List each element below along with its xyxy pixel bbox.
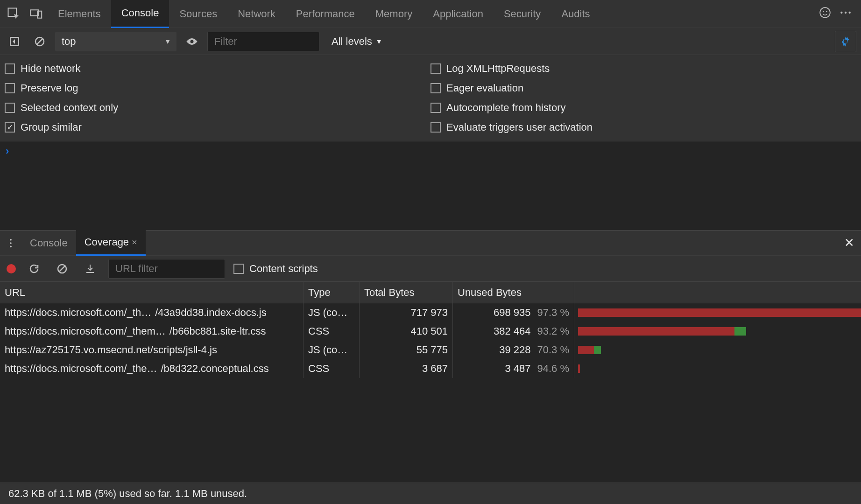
cell-usage-bar [574,341,861,359]
device-mode-icon[interactable] [25,3,48,25]
drawer-tab-label: Coverage [85,236,129,248]
tab-audits[interactable]: Audits [551,0,600,28]
cell-total-bytes: 410 501 [360,322,453,341]
cell-url: https://docs.microsoft.com/_th…/43a9dd38… [0,303,303,322]
setting-label: Preserve log [21,82,78,94]
log-levels-dropdown[interactable]: All levels ▼ [325,35,382,48]
coverage-status-text: 62.3 KB of 1.1 MB (5%) used so far. 1.1 … [8,488,247,500]
svg-point-7 [845,11,847,13]
close-drawer-icon[interactable]: ✕ [838,231,861,255]
setting-autocomplete-history[interactable]: Autocomplete from history [430,98,856,118]
toggle-console-sidebar-icon[interactable] [5,32,24,51]
cell-total-bytes: 717 973 [360,303,453,322]
table-row[interactable]: https://docs.microsoft.com/_th…/43a9dd38… [0,303,861,322]
setting-selected-context-only[interactable]: Selected context only [5,98,430,118]
setting-preserve-log[interactable]: Preserve log [5,78,430,98]
tab-network[interactable]: Network [227,0,286,28]
tab-elements[interactable]: Elements [48,0,111,28]
tab-sources[interactable]: Sources [169,0,227,28]
col-url[interactable]: URL [0,282,303,303]
coverage-status-bar: 62.3 KB of 1.1 MB (5%) used so far. 1.1 … [0,483,861,504]
cell-usage-bar [574,303,861,322]
checkbox-checked-icon [5,122,15,133]
svg-point-3 [820,7,830,18]
cell-usage-bar [574,322,861,341]
coverage-toolbar: Content scripts [0,256,861,282]
cell-usage-bar [574,359,861,378]
svg-point-8 [849,11,851,13]
log-levels-label: All levels [332,35,372,48]
svg-point-12 [191,40,194,43]
cell-type: CSS [303,359,360,378]
setting-label: Eager evaluation [446,82,523,94]
drawer-tab-coverage[interactable]: Coverage × [76,230,146,256]
svg-line-11 [36,38,43,45]
coverage-body: https://docs.microsoft.com/_th…/43a9dd38… [0,303,861,378]
url-filter-input[interactable] [108,259,225,279]
reload-icon[interactable] [24,259,44,279]
record-button[interactable] [7,264,16,273]
setting-label: Selected context only [21,102,118,114]
console-settings-button[interactable] [835,31,856,52]
svg-rect-2 [38,11,42,18]
export-icon[interactable] [80,259,100,279]
table-row[interactable]: https://docs.microsoft.com/_the…/b8d322.… [0,359,861,378]
svg-point-15 [10,242,12,244]
chevron-right-icon: › [6,145,9,157]
drawer-menu-icon[interactable] [0,232,21,254]
content-scripts-toggle[interactable]: Content scripts [233,263,318,275]
table-row[interactable]: https://az725175.vo.msecnd.net/scripts/j… [0,341,861,359]
checkbox-icon [430,83,441,93]
inspect-element-icon[interactable] [3,3,25,25]
setting-evaluate-triggers[interactable]: Evaluate triggers user activation [430,118,856,137]
svg-line-18 [59,266,65,272]
main-tabs: Elements Console Sources Network Perform… [0,0,861,28]
coverage-table: URL Type Total Bytes Unused Bytes https:… [0,282,861,483]
checkbox-icon [430,103,441,113]
col-type[interactable]: Type [303,282,360,303]
cell-url: https://docs.microsoft.com/_them…/b66bc8… [0,322,303,341]
setting-hide-network[interactable]: Hide network [5,59,430,78]
cell-total-bytes: 55 775 [360,341,453,359]
svg-point-4 [823,11,824,12]
svg-point-5 [826,11,827,12]
smile-icon[interactable] [819,7,831,21]
drawer-tabs: Console Coverage × ✕ [0,230,861,256]
tab-console[interactable]: Console [111,0,169,28]
console-settings: Hide network Preserve log Selected conte… [0,55,861,141]
checkbox-icon [430,122,441,133]
setting-label: Autocomplete from history [446,102,566,114]
coverage-header: URL Type Total Bytes Unused Bytes [0,282,861,303]
tab-memory[interactable]: Memory [365,0,423,28]
setting-log-xhr[interactable]: Log XMLHttpRequests [430,59,856,78]
setting-label: Hide network [21,63,80,75]
console-prompt[interactable]: › [0,141,861,230]
table-row[interactable]: https://docs.microsoft.com/_them…/b66bc8… [0,322,861,341]
tab-security[interactable]: Security [494,0,551,28]
live-expression-icon[interactable] [182,32,202,51]
cell-unused-bytes: 39 22870.3 % [453,341,574,359]
cell-url: https://docs.microsoft.com/_the…/b8d322.… [0,359,303,378]
tab-application[interactable]: Application [423,0,494,28]
col-unused-bytes[interactable]: Unused Bytes [453,282,574,303]
kebab-menu-icon[interactable] [840,7,852,21]
context-select[interactable]: top [55,32,176,51]
clear-icon[interactable] [52,259,72,279]
svg-point-16 [10,245,12,247]
tab-performance[interactable]: Performance [286,0,365,28]
col-bar [574,282,861,303]
setting-label: Evaluate triggers user activation [446,121,593,133]
content-scripts-label: Content scripts [249,263,318,275]
cell-type: JS (co… [303,303,360,322]
close-tab-icon[interactable]: × [132,237,137,248]
cell-unused-bytes: 3 48794.6 % [453,359,574,378]
setting-group-similar[interactable]: Group similar [5,118,430,137]
checkbox-icon [5,103,15,113]
context-select-wrap: top [55,32,176,51]
clear-console-icon[interactable] [30,32,49,51]
filter-input[interactable] [207,32,319,51]
col-total-bytes[interactable]: Total Bytes [360,282,453,303]
setting-eager-evaluation[interactable]: Eager evaluation [430,78,856,98]
drawer-tab-console[interactable]: Console [21,230,76,256]
cell-unused-bytes: 698 93597.3 % [453,303,574,322]
